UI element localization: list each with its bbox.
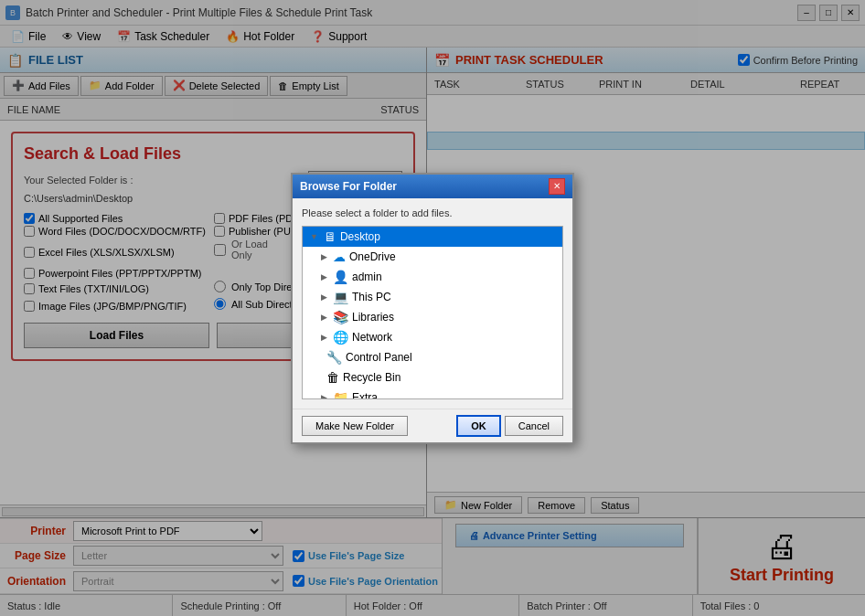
recycle-bin-icon: 🗑: [326, 370, 339, 385]
control-panel-icon: 🔧: [326, 350, 342, 365]
folder-tree[interactable]: ▼ 🖥 Desktop ▶ ☁ OneDrive ▶ 👤 admin ▶ 💻: [302, 226, 563, 399]
admin-label: admin: [352, 271, 382, 283]
network-icon: 🌐: [333, 330, 348, 345]
dialog-cancel-button[interactable]: Cancel: [505, 416, 563, 436]
extra-label: Extra: [352, 391, 378, 399]
desktop-label: Desktop: [340, 230, 380, 243]
admin-icon: 👤: [333, 270, 348, 284]
libraries-label: Libraries: [352, 311, 394, 324]
expand-arrow-network: ▶: [321, 333, 327, 342]
folder-item-control-panel[interactable]: 🔧 Control Panel: [303, 347, 562, 367]
folder-item-desktop[interactable]: ▼ 🖥 Desktop: [303, 227, 562, 247]
folder-item-libraries[interactable]: ▶ 📚 Libraries: [303, 307, 562, 327]
folder-item-network[interactable]: ▶ 🌐 Network: [303, 327, 562, 347]
control-panel-label: Control Panel: [346, 351, 412, 364]
libraries-icon: 📚: [333, 310, 348, 324]
dialog-ok-button[interactable]: OK: [456, 415, 501, 437]
dialog-title-bar: Browse For Folder ✕: [293, 175, 572, 198]
expand-arrow-onedrive: ▶: [321, 252, 327, 261]
dialog-overlay: Browse For Folder ✕ Please select a fold…: [0, 0, 865, 616]
make-new-folder-button[interactable]: Make New Folder: [302, 416, 408, 436]
dialog-close-button[interactable]: ✕: [549, 178, 565, 195]
folder-item-this-pc[interactable]: ▶ 💻 This PC: [303, 287, 562, 307]
folder-item-admin[interactable]: ▶ 👤 admin: [303, 267, 562, 287]
folder-item-recycle-bin[interactable]: 🗑 Recycle Bin: [303, 367, 562, 388]
dialog-buttons: Make New Folder OK Cancel: [293, 409, 572, 442]
recycle-bin-label: Recycle Bin: [343, 371, 400, 384]
dialog-content: Please select a folder to add files. ▼ 🖥…: [293, 198, 572, 409]
dialog-instruction: Please select a folder to add files.: [302, 207, 563, 218]
dialog-title-text: Browse For Folder: [300, 180, 397, 193]
extra-icon: 📁: [333, 390, 348, 399]
browse-folder-dialog: Browse For Folder ✕ Please select a fold…: [291, 173, 574, 444]
expand-arrow-extra: ▶: [321, 393, 327, 399]
expand-arrow-desktop: ▼: [310, 232, 318, 241]
expand-arrow-admin: ▶: [321, 272, 327, 281]
folder-item-onedrive[interactable]: ▶ ☁ OneDrive: [303, 247, 562, 267]
expand-arrow-libraries: ▶: [321, 313, 327, 322]
expand-arrow-this-pc: ▶: [321, 292, 327, 302]
folder-item-extra[interactable]: ▶ 📁 Extra: [303, 388, 562, 399]
onedrive-icon: ☁: [333, 250, 346, 264]
desktop-icon: 🖥: [324, 229, 336, 244]
this-pc-label: This PC: [352, 291, 391, 303]
network-label: Network: [352, 331, 392, 344]
onedrive-label: OneDrive: [349, 250, 396, 263]
this-pc-icon: 💻: [333, 290, 348, 304]
